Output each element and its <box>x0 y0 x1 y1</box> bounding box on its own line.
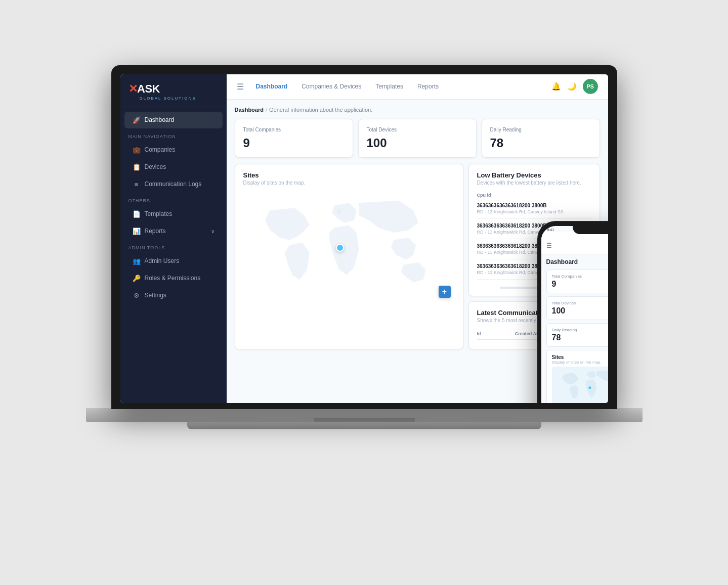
sidebar-main-nav-label: Main Navigation <box>120 129 227 141</box>
moon-icon[interactable]: 🌙 <box>567 82 577 91</box>
low-battery-subtitle: Devices with the lowest battery are list… <box>477 180 591 186</box>
phone-stat-value-companies: 9 <box>552 280 608 289</box>
stat-value-companies: 9 <box>243 136 345 150</box>
stat-card-companies: Total Companies 9 <box>235 119 353 158</box>
stats-row: Total Companies 9 Total Devices 100 Dail… <box>235 119 600 158</box>
sidebar-item-dashboard[interactable]: 🚀 Dashboard <box>124 112 223 128</box>
phone-map <box>552 367 608 403</box>
briefcase-icon: 💼 <box>133 146 141 154</box>
breadcrumb-separator: / <box>266 107 267 113</box>
phone-sites-title: Sites <box>552 354 608 360</box>
left-col: Sites Display of sites on the map. <box>235 164 463 349</box>
stat-card-devices: Total Devices 100 <box>358 119 477 158</box>
phone-hamburger-icon[interactable]: ☰ <box>546 242 552 249</box>
sidebar-item-label: Companies <box>145 146 176 153</box>
breadcrumb-main: Dashboard <box>235 107 264 113</box>
device-item: 3636363636363618200 3800B RD - 13 Knight… <box>477 199 591 219</box>
sidebar-item-label: Settings <box>145 292 166 299</box>
sidebar-item-reports[interactable]: 📊 Reports ∨ <box>124 223 223 240</box>
phone-sites-card: Sites Display of sites on the map. <box>546 350 608 403</box>
phone-bezel: 9:41 ●●● ☰ 🔔 🌙 PS <box>537 221 608 403</box>
phone-map-svg <box>552 367 608 403</box>
map-plus-button[interactable]: + <box>439 286 451 298</box>
sidebar-item-admin-users[interactable]: 👥 Admin Users <box>124 253 223 269</box>
stat-label-companies: Total Companies <box>243 126 345 133</box>
phone-time: 9:41 <box>547 228 554 232</box>
key-icon: 🔑 <box>133 275 141 282</box>
phone-stat-value-reading: 78 <box>552 333 608 342</box>
laptop-stand <box>187 422 541 429</box>
phone-notch <box>573 226 608 234</box>
sites-card-subtitle: Display of sites on the map. <box>243 180 455 186</box>
sidebar-item-label: Admin Users <box>145 257 180 264</box>
logo: ✕ASK GLOBAL SOLUTIONS <box>120 74 227 107</box>
phone-map-dot <box>588 386 592 390</box>
phone-sites-subtitle: Display of sites on the map. <box>552 360 608 365</box>
clipboard-icon: 📋 <box>133 163 141 171</box>
sidebar-item-devices[interactable]: 📋 Devices <box>124 159 223 175</box>
low-battery-title: Low Battery Devices <box>477 171 591 179</box>
gear-icon: ⚙ <box>133 292 141 299</box>
nav-link-templates[interactable]: Templates <box>369 80 409 93</box>
sidebar-nav: 🚀 Dashboard Main Navigation 💼 Companies … <box>120 107 227 403</box>
sites-card-title: Sites <box>243 171 455 179</box>
sidebar-item-settings[interactable]: ⚙ Settings <box>124 287 223 304</box>
nav-link-dashboard[interactable]: Dashboard <box>250 80 294 93</box>
phone-mockup: 9:41 ●●● ☰ 🔔 🌙 PS <box>537 221 608 403</box>
col-header-id: Id <box>477 331 515 336</box>
user-avatar[interactable]: PS <box>583 79 598 94</box>
breadcrumb: Dashboard / General information about th… <box>235 107 600 113</box>
list-icon: ≡ <box>133 181 141 188</box>
phone-stat-devices: Total Devices 100 <box>546 296 608 320</box>
stat-value-devices: 100 <box>367 136 468 150</box>
users-icon: 👥 <box>133 257 141 265</box>
sidebar-item-label: Devices <box>145 163 166 170</box>
breadcrumb-sub: General information about the applicatio… <box>269 107 372 113</box>
chart-icon: 📊 <box>133 228 141 235</box>
phone-stat-reading: Daily Reading 78 <box>546 323 608 347</box>
sidebar-item-label: Templates <box>145 210 173 217</box>
sidebar-item-comm-logs[interactable]: ≡ Communication Logs <box>124 176 223 193</box>
nav-right: 🔔 🌙 PS <box>551 79 598 94</box>
phone-stat-value-devices: 100 <box>552 306 608 316</box>
sidebar-item-roles[interactable]: 🔑 Roles & Permissions <box>124 270 223 287</box>
sidebar-others-label: Others <box>120 193 227 205</box>
phone-top-bar: ☰ 🔔 🌙 PS <box>541 232 608 254</box>
world-map: + <box>243 191 455 302</box>
sidebar-item-label: Dashboard <box>145 116 175 123</box>
stat-label-reading: Daily Reading <box>490 126 591 133</box>
chevron-down-icon: ∨ <box>211 229 215 234</box>
sidebar-item-templates[interactable]: 📄 Templates <box>124 206 223 222</box>
phone-stat-label-companies: Total Companies <box>552 274 608 279</box>
phone-screen: 9:41 ●●● ☰ 🔔 🌙 PS <box>541 226 608 403</box>
sidebar-item-companies[interactable]: 💼 Companies <box>124 142 223 158</box>
sidebar-item-label: Reports <box>145 228 166 235</box>
stat-label-devices: Total Devices <box>367 126 468 133</box>
phone-stat-companies: Total Companies 9 <box>546 269 608 293</box>
logo-x-icon: ✕ <box>129 82 138 95</box>
phone-page-title: Dashboard <box>546 258 608 265</box>
logo-subtitle: GLOBAL SOLUTIONS <box>129 96 219 101</box>
logo-ask-text: ASK <box>137 82 160 95</box>
template-icon: 📄 <box>133 210 141 218</box>
sidebar-item-label: Communication Logs <box>145 181 202 188</box>
top-nav: ☰ Dashboard Companies & Devices Template… <box>227 74 608 100</box>
rocket-icon: 🚀 <box>133 116 141 124</box>
device-cpu-id: 3636363636363618200 3800B <box>477 203 591 208</box>
phone-stat-label-devices: Total Devices <box>552 301 608 305</box>
cpu-id-col-header: Cpu id <box>477 191 591 199</box>
stat-card-reading: Daily Reading 78 <box>482 119 600 158</box>
map-svg <box>243 191 455 302</box>
device-address: RD - 13 Knightswick Rd, Canvey Island SS <box>477 209 591 214</box>
sidebar: ✕ASK GLOBAL SOLUTIONS 🚀 Dashboard Main N… <box>120 74 227 403</box>
laptop-base <box>86 408 643 422</box>
hamburger-icon[interactable]: ☰ <box>237 82 244 92</box>
nav-link-companies[interactable]: Companies & Devices <box>295 80 367 93</box>
sidebar-admin-label: Admin Tools <box>120 240 227 252</box>
stat-value-reading: 78 <box>490 136 591 150</box>
sites-card: Sites Display of sites on the map. <box>235 164 463 349</box>
nav-link-reports[interactable]: Reports <box>411 80 445 93</box>
bell-icon[interactable]: 🔔 <box>551 82 561 91</box>
phone-content: Dashboard Total Companies 9 Total Device… <box>541 254 608 403</box>
sidebar-item-label: Roles & Permissions <box>145 275 201 282</box>
